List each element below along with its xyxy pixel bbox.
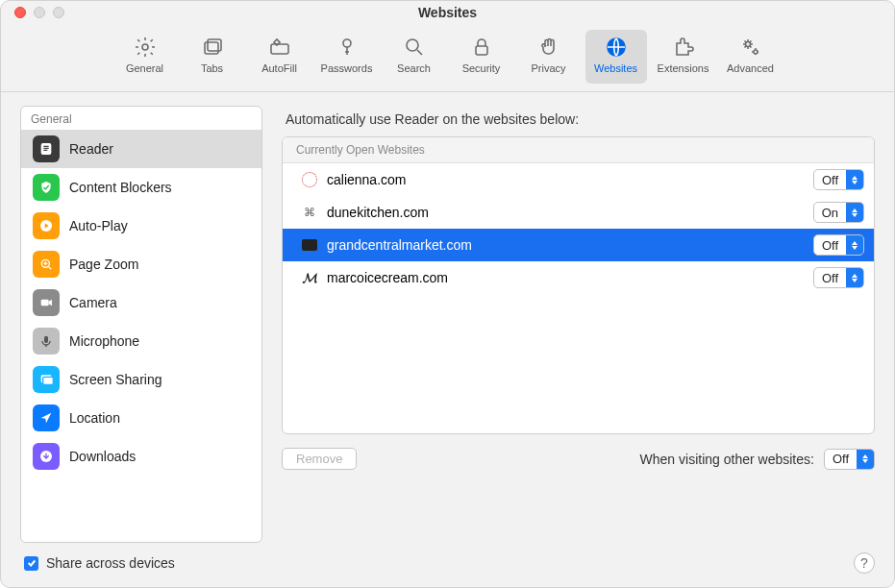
default-setting-row: When visiting other websites: Off [640, 449, 875, 470]
toolbar-tab-privacy[interactable]: Privacy [518, 30, 580, 84]
website-setting-select[interactable]: Off [813, 267, 864, 288]
toolbar-tab-label: Extensions [658, 62, 709, 74]
sidebar-item-label: Auto-Play [69, 218, 128, 233]
screen-icon [33, 366, 60, 393]
sidebar-item-label: Reader [69, 141, 113, 157]
toolbar-tab-security[interactable]: Security [451, 30, 512, 84]
svg-rect-23 [44, 336, 48, 343]
toolbar-tab-label: Search [397, 62, 431, 74]
svg-point-5 [407, 39, 418, 51]
svg-point-0 [142, 44, 148, 50]
gear-icon [132, 34, 159, 61]
default-setting-value: Off [825, 452, 857, 466]
website-row[interactable]: marcoicecream.comOff [283, 261, 874, 294]
key-icon [334, 34, 360, 61]
website-setting-value: On [814, 206, 846, 220]
svg-point-10 [754, 50, 758, 54]
website-setting-select[interactable]: Off [813, 234, 864, 256]
favicon-icon [302, 205, 317, 220]
website-row[interactable]: dunekitchen.comOn [283, 196, 874, 229]
toolbar-tab-label: Websites [594, 62, 637, 74]
chevron-updown-icon [846, 235, 863, 255]
list-subheader: Currently Open Websites [283, 137, 874, 163]
website-domain: marcoicecream.com [327, 270, 804, 285]
sidebar-item-auto-play[interactable]: Auto-Play [21, 207, 261, 245]
favicon-icon [302, 172, 317, 187]
tabs-icon [199, 34, 226, 61]
download-icon [33, 443, 60, 470]
chevron-updown-icon [846, 170, 863, 189]
body: General ReaderContent BlockersAuto-PlayP… [1, 92, 894, 552]
toolbar-tab-search[interactable]: Search [384, 30, 445, 84]
shield-icon [33, 174, 60, 201]
sidebar-section-label: General [21, 107, 261, 130]
sidebar-item-microphone[interactable]: Microphone [21, 322, 261, 360]
sidebar-item-label: Page Zoom [69, 257, 138, 272]
toolbar-tab-label: AutoFill [261, 62, 297, 74]
toolbar-tab-general[interactable]: General [114, 30, 176, 84]
website-setting-value: Off [814, 271, 846, 285]
toolbar-tab-label: Tabs [201, 62, 223, 74]
sidebar-item-label: Downloads [69, 449, 136, 464]
favicon-icon [302, 270, 317, 285]
website-setting-select[interactable]: Off [813, 169, 864, 190]
default-setting-select[interactable]: Off [824, 449, 875, 470]
main-panel: Automatically use Reader on the websites… [282, 106, 875, 543]
website-domain: dunekitchen.com [327, 205, 804, 220]
camera-icon [33, 289, 60, 316]
preferences-window: Websites GeneralTabsAutoFillPasswordsSea… [0, 0, 895, 588]
bottom-controls: Remove When visiting other websites: Off [282, 448, 875, 470]
preferences-toolbar: GeneralTabsAutoFillPasswordsSearchSecuri… [1, 24, 894, 92]
website-domain: calienna.com [327, 172, 804, 187]
gears-icon [737, 34, 764, 61]
toolbar-tab-websites[interactable]: Websites [585, 30, 647, 84]
sidebar-item-screen-sharing[interactable]: Screen Sharing [21, 360, 261, 399]
zoom-icon [33, 251, 60, 278]
toolbar-tab-label: General [126, 62, 163, 74]
footer: Share across devices ? [1, 552, 894, 587]
sidebar-item-page-zoom[interactable]: Page Zoom [21, 245, 261, 283]
share-across-devices-label: Share across devices [46, 555, 175, 571]
svg-rect-3 [271, 44, 288, 54]
remove-button[interactable]: Remove [282, 448, 357, 470]
sidebar-item-location[interactable]: Location [21, 399, 261, 437]
toolbar-tab-passwords[interactable]: Passwords [316, 30, 378, 84]
checkbox-checked-icon [24, 556, 38, 571]
toolbar-tab-tabs[interactable]: Tabs [182, 30, 243, 84]
sidebar-item-label: Microphone [69, 333, 139, 349]
svg-marker-22 [49, 300, 52, 306]
chevron-updown-icon [846, 203, 863, 222]
sidebar-item-label: Camera [69, 295, 117, 310]
toolbar-tab-advanced[interactable]: Advanced [720, 30, 782, 84]
website-setting-value: Off [814, 173, 846, 187]
toolbar-tab-label: Advanced [727, 62, 774, 74]
website-setting-value: Off [814, 238, 846, 253]
default-setting-label: When visiting other websites: [640, 452, 814, 467]
website-domain: grandcentralmarket.com [327, 237, 804, 253]
share-across-devices-checkbox[interactable]: Share across devices [24, 555, 175, 571]
website-row[interactable]: grandcentralmarket.comOff [283, 229, 874, 261]
location-icon [33, 404, 60, 431]
svg-rect-2 [208, 39, 221, 51]
svg-line-18 [49, 267, 52, 270]
mic-icon [33, 328, 60, 355]
lock-icon [468, 34, 495, 61]
puzzle-icon [670, 34, 697, 61]
sidebar-item-camera[interactable]: Camera [21, 283, 261, 322]
sidebar-item-label: Location [69, 410, 120, 426]
sidebar-item-label: Screen Sharing [69, 372, 162, 387]
sidebar-item-reader[interactable]: Reader [21, 130, 261, 168]
sidebar-item-downloads[interactable]: Downloads [21, 437, 261, 476]
toolbar-tab-extensions[interactable]: Extensions [653, 30, 714, 84]
svg-rect-21 [41, 300, 49, 306]
website-setting-select[interactable]: On [813, 202, 864, 223]
chevron-updown-icon [846, 268, 863, 287]
help-button[interactable]: ? [854, 552, 875, 574]
sidebar-item-label: Content Blockers [69, 180, 172, 195]
svg-point-4 [343, 39, 351, 47]
main-heading: Automatically use Reader on the websites… [282, 106, 875, 136]
sidebar-item-content-blockers[interactable]: Content Blockers [21, 168, 261, 207]
website-row[interactable]: calienna.comOff [283, 163, 874, 196]
search-icon [401, 34, 428, 61]
toolbar-tab-autofill[interactable]: AutoFill [249, 30, 311, 84]
